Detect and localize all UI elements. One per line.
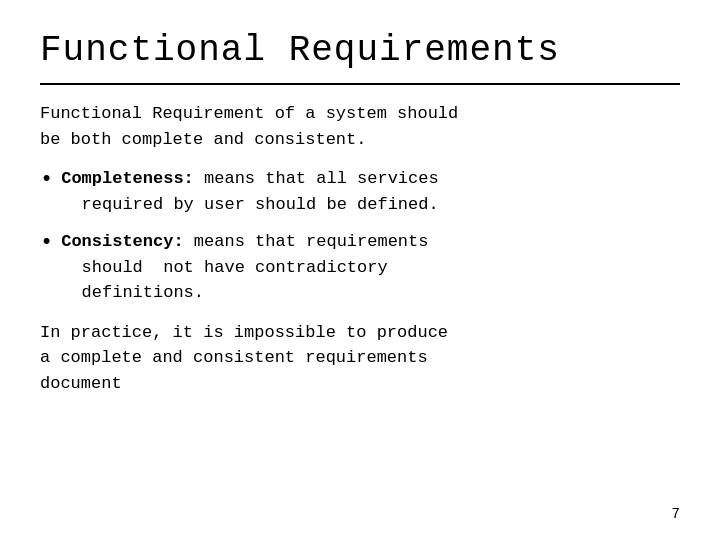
slide: Functional Requirements Functional Requi… [0,0,720,540]
divider [40,83,680,85]
conclusion-text: In practice, it is impossible to produce… [40,320,680,397]
bullet-content-2: Consistency: means that requirements sho… [61,229,680,306]
bullet-term-1: Completeness: [61,169,194,188]
bullet-list: • Completeness: means that all services … [40,166,680,306]
intro-text: Functional Requirement of a system shoul… [40,101,680,152]
bullet-content-1: Completeness: means that all services re… [61,166,680,217]
page-number: 7 [672,506,680,522]
slide-title: Functional Requirements [40,30,680,71]
bullet-dot-2: • [40,229,53,258]
list-item: • Completeness: means that all services … [40,166,680,217]
list-item: • Consistency: means that requirements s… [40,229,680,306]
bullet-term-2: Consistency: [61,232,183,251]
bullet-dot-1: • [40,166,53,195]
